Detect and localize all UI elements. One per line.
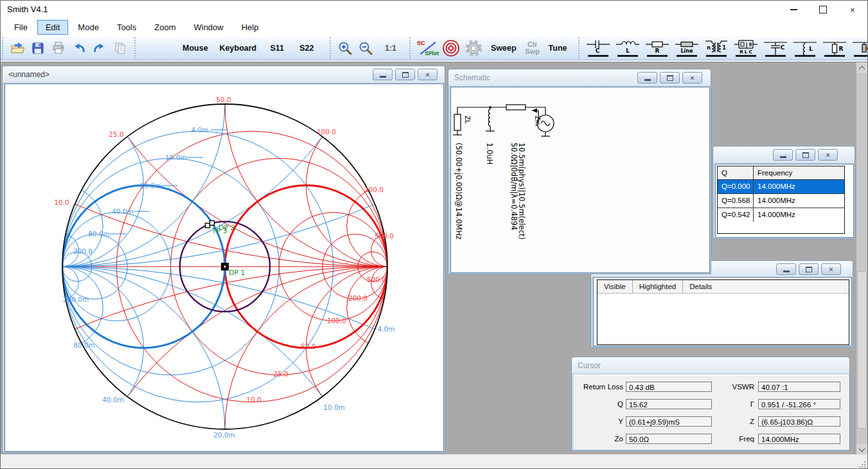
svg-text:500.0: 500.0	[375, 232, 394, 240]
datapoints-window-titlebar[interactable]: ×	[713, 146, 855, 163]
print-icon[interactable]	[49, 39, 67, 58]
component-series-line-button[interactable]: Line	[673, 38, 700, 58]
cursor-field-value[interactable]: 0.43 dB	[626, 382, 712, 392]
cursor-window: Cursor Return Loss0.43 dBVSWR40.07 :1Q15…	[571, 357, 850, 451]
tune-button[interactable]: Tune	[544, 39, 572, 58]
mode-button-s11[interactable]: S11	[263, 39, 290, 58]
cursor-field-label: Zo	[576, 435, 623, 443]
zoom-in-icon[interactable]	[336, 39, 354, 58]
column-header-frequency[interactable]: Frequency	[754, 166, 844, 179]
close-icon[interactable]: ×	[418, 69, 438, 80]
maximize-icon[interactable]	[808, 1, 838, 19]
zoom-1to1-button[interactable]: 1:1	[377, 39, 404, 58]
datapoint-row[interactable]: Q=0.00014.000MHz	[718, 179, 844, 193]
svg-text:40.0m: 40.0m	[102, 396, 124, 403]
component-transformer-button[interactable]: n1	[703, 38, 730, 58]
sc-splot-toggle-button[interactable]: SC SPlot	[416, 39, 439, 58]
schematic-window-titlebar[interactable]: Schematic ×	[448, 69, 711, 85]
cursor-field-value[interactable]: (6.65-j103.86)Ω	[758, 416, 840, 427]
open-file-icon[interactable]	[8, 39, 26, 58]
zoom-out-icon[interactable]	[357, 39, 375, 58]
line-value-2: 10.5m(phys)|10.5m(elect)	[517, 143, 526, 240]
zoom-toolbar-group: 1:1	[330, 37, 409, 59]
svg-text:1: 1	[722, 45, 726, 51]
schematic-canvas[interactable]: ZL Zin (50.00+j0.00)Ω@14.0MHz 1.0uH 50.0…	[450, 87, 710, 273]
smith-plot-icon[interactable]	[441, 39, 461, 58]
chart-window-titlebar[interactable]: <unnamed> ×	[3, 66, 445, 82]
restore-icon[interactable]	[395, 69, 415, 80]
cursor-field-value[interactable]: 15.62	[626, 399, 712, 409]
undo-icon[interactable]	[70, 39, 88, 58]
minimize-icon[interactable]	[779, 1, 808, 19]
svg-text:4.0m: 4.0m	[191, 126, 209, 134]
component-open-stub-button[interactable]: OS	[851, 38, 868, 58]
menu-window[interactable]: Window	[185, 20, 231, 35]
cursor-field-label: VSWR	[716, 383, 754, 391]
redo-icon[interactable]	[91, 39, 109, 58]
restore-icon[interactable]	[799, 263, 819, 275]
schematic-window-title: Schematic	[454, 73, 490, 82]
component-series-inductor-button[interactable]: L	[614, 38, 641, 58]
minimize-icon[interactable]	[776, 263, 796, 275]
column-header-details[interactable]: Details	[683, 280, 718, 293]
cursor-field-value[interactable]: 14.000MHz	[758, 434, 840, 444]
cursor-field-label: Return Loss	[576, 383, 623, 391]
copy-icon[interactable]	[111, 39, 129, 58]
menu-mode[interactable]: Mode	[69, 20, 107, 35]
component-shunt-capacitor-button[interactable]: C	[762, 38, 789, 58]
close-icon[interactable]: ×	[821, 263, 841, 275]
column-header-q[interactable]: Q	[718, 166, 754, 179]
save-icon[interactable]	[29, 39, 47, 58]
scroll-up-icon[interactable]	[856, 62, 867, 73]
vertical-scrollbar[interactable]	[856, 62, 867, 455]
svg-text:100.0: 100.0	[327, 317, 346, 324]
mode-button-s22[interactable]: S22	[293, 39, 320, 58]
component-shunt-inductor-button[interactable]: L	[792, 38, 819, 58]
svg-text:C: C	[780, 44, 784, 51]
sweep-button[interactable]: Sweep	[486, 39, 521, 58]
menu-edit[interactable]: Edit	[37, 20, 68, 35]
component-series-capacitor-button[interactable]: C	[585, 38, 612, 58]
minimize-icon[interactable]	[373, 69, 393, 80]
component-series-rlc-button[interactable]: RLC	[732, 38, 759, 58]
cursor-window-titlebar[interactable]: Cursor	[572, 357, 849, 373]
svg-text:C: C	[595, 48, 599, 54]
scrollbar-thumb[interactable]	[857, 271, 867, 429]
load-symbol	[454, 114, 461, 130]
menu-tools[interactable]: Tools	[109, 20, 145, 35]
clear-sweep-button[interactable]: ClrSwp	[524, 39, 542, 58]
component-shunt-resistor-button[interactable]: R	[821, 38, 848, 58]
mode-button-mouse[interactable]: Mouse	[178, 39, 213, 58]
cursor-field-value[interactable]: 40.07 :1	[758, 382, 840, 392]
cursor-field-value[interactable]: (0.61+j9.59)mS	[626, 416, 712, 427]
smith-chart-canvas[interactable]: 10.025.050.0100.0200.0500.0500.0200.0100…	[4, 84, 444, 452]
menu-zoom[interactable]: Zoom	[146, 20, 184, 35]
menu-file[interactable]: File	[6, 20, 36, 35]
column-header-highlighted[interactable]: Highlighted	[633, 280, 684, 293]
svg-text:500.0: 500.0	[367, 276, 386, 283]
restore-icon[interactable]	[795, 149, 815, 161]
scroll-down-icon[interactable]	[856, 444, 867, 455]
svg-text:25.0: 25.0	[109, 130, 123, 138]
cursor-field-value[interactable]: 0.951 / -51.266 °	[758, 399, 840, 409]
close-icon[interactable]: ×	[682, 72, 702, 84]
cursor-field-value[interactable]: 50.0Ω	[626, 434, 712, 444]
cursor-window-title: Cursor	[578, 361, 601, 370]
datapoint-row[interactable]: Q=0.56814.000MHz	[718, 193, 844, 208]
minimize-icon[interactable]	[773, 149, 793, 161]
column-header-visible[interactable]: Visible	[598, 280, 633, 293]
component-series-resistor-button[interactable]: R	[644, 38, 671, 58]
restore-icon[interactable]	[660, 72, 680, 84]
mode-button-keyboard[interactable]: Keyboard	[215, 39, 261, 58]
smith-chart[interactable]: 10.025.050.0100.0200.0500.0500.0200.0100…	[5, 84, 444, 452]
close-icon[interactable]: ×	[818, 149, 838, 161]
gear-icon[interactable]	[463, 39, 484, 58]
svg-text:200.0: 200.0	[348, 294, 368, 302]
minimize-icon[interactable]	[637, 72, 657, 84]
resize-grip[interactable]	[858, 460, 865, 468]
cursor-field-label: Freq	[716, 435, 754, 443]
close-icon[interactable]: ×	[838, 1, 867, 19]
datapoint-row[interactable]: Q=0.54214.000MHz	[718, 208, 844, 222]
svg-text:200.0: 200.0	[73, 247, 93, 255]
menu-help[interactable]: Help	[233, 20, 267, 35]
